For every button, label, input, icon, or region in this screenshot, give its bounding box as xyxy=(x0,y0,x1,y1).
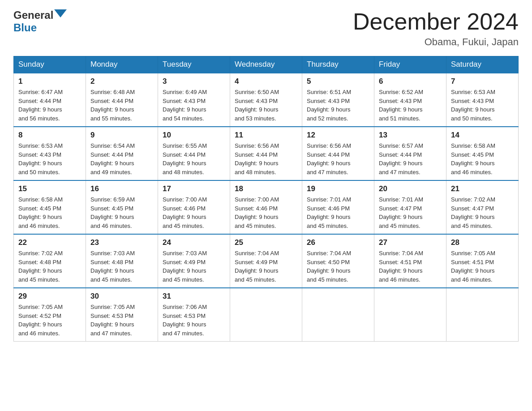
day-info: Sunrise: 7:03 AMSunset: 4:48 PMDaylight:… xyxy=(90,249,153,284)
day-info: Sunrise: 6:49 AMSunset: 4:43 PMDaylight:… xyxy=(163,88,225,123)
day-cell: 14 Sunrise: 6:58 AMSunset: 4:45 PMDaylig… xyxy=(446,127,519,180)
day-number: 19 xyxy=(307,184,369,193)
day-number: 20 xyxy=(379,184,442,193)
day-number: 10 xyxy=(163,131,225,140)
col-header-wednesday: Wednesday xyxy=(230,56,302,73)
day-number: 12 xyxy=(307,131,369,140)
week-row-4: 22 Sunrise: 7:02 AMSunset: 4:48 PMDaylig… xyxy=(14,234,519,288)
day-number: 28 xyxy=(451,238,514,247)
day-cell: 21 Sunrise: 7:02 AMSunset: 4:47 PMDaylig… xyxy=(446,180,519,234)
day-number: 17 xyxy=(163,184,225,193)
day-info: Sunrise: 7:05 AMSunset: 4:53 PMDaylight:… xyxy=(90,303,153,338)
day-cell xyxy=(230,288,302,342)
day-cell: 24 Sunrise: 7:03 AMSunset: 4:49 PMDaylig… xyxy=(158,234,230,288)
day-info: Sunrise: 6:53 AMSunset: 4:43 PMDaylight:… xyxy=(451,88,514,123)
col-header-monday: Monday xyxy=(86,56,158,73)
day-info: Sunrise: 7:04 AMSunset: 4:51 PMDaylight:… xyxy=(379,249,442,284)
day-info: Sunrise: 6:56 AMSunset: 4:44 PMDaylight:… xyxy=(235,141,297,176)
day-number: 30 xyxy=(90,292,153,301)
day-number: 24 xyxy=(163,238,225,247)
day-number: 4 xyxy=(235,77,297,86)
day-number: 13 xyxy=(379,131,442,140)
day-info: Sunrise: 6:50 AMSunset: 4:43 PMDaylight:… xyxy=(235,88,297,123)
day-info: Sunrise: 6:51 AMSunset: 4:43 PMDaylight:… xyxy=(307,88,369,123)
day-info: Sunrise: 6:53 AMSunset: 4:43 PMDaylight:… xyxy=(18,141,81,176)
day-cell: 15 Sunrise: 6:58 AMSunset: 4:45 PMDaylig… xyxy=(14,180,86,234)
calendar-subtitle: Obama, Fukui, Japan xyxy=(353,36,519,48)
day-number: 3 xyxy=(163,77,225,86)
week-row-2: 8 Sunrise: 6:53 AMSunset: 4:43 PMDayligh… xyxy=(14,127,519,180)
day-cell: 3 Sunrise: 6:49 AMSunset: 4:43 PMDayligh… xyxy=(158,73,230,127)
day-number: 29 xyxy=(18,292,81,301)
day-info: Sunrise: 6:47 AMSunset: 4:44 PMDaylight:… xyxy=(18,88,81,123)
day-cell: 27 Sunrise: 7:04 AMSunset: 4:51 PMDaylig… xyxy=(374,234,446,288)
day-number: 18 xyxy=(235,184,297,193)
day-cell xyxy=(302,288,374,342)
logo-line1: General xyxy=(13,9,53,21)
day-cell: 1 Sunrise: 6:47 AMSunset: 4:44 PMDayligh… xyxy=(14,73,86,127)
day-info: Sunrise: 6:54 AMSunset: 4:44 PMDaylight:… xyxy=(90,141,153,176)
day-info: Sunrise: 7:05 AMSunset: 4:52 PMDaylight:… xyxy=(18,303,81,338)
day-cell: 7 Sunrise: 6:53 AMSunset: 4:43 PMDayligh… xyxy=(446,73,519,127)
day-info: Sunrise: 6:57 AMSunset: 4:44 PMDaylight:… xyxy=(379,141,442,176)
day-info: Sunrise: 7:02 AMSunset: 4:48 PMDaylight:… xyxy=(18,249,81,284)
day-cell: 9 Sunrise: 6:54 AMSunset: 4:44 PMDayligh… xyxy=(86,127,158,180)
day-number: 6 xyxy=(379,77,442,86)
col-header-sunday: Sunday xyxy=(14,56,86,73)
day-number: 15 xyxy=(18,184,81,193)
title-area: December 2024 Obama, Fukui, Japan xyxy=(353,9,519,48)
day-cell: 28 Sunrise: 7:05 AMSunset: 4:51 PMDaylig… xyxy=(446,234,519,288)
day-cell: 4 Sunrise: 6:50 AMSunset: 4:43 PMDayligh… xyxy=(230,73,302,127)
calendar-title: December 2024 xyxy=(353,9,519,34)
day-info: Sunrise: 6:55 AMSunset: 4:44 PMDaylight:… xyxy=(163,141,225,176)
day-cell: 12 Sunrise: 6:56 AMSunset: 4:44 PMDaylig… xyxy=(302,127,374,180)
day-info: Sunrise: 6:58 AMSunset: 4:45 PMDaylight:… xyxy=(451,141,514,176)
calendar-table: SundayMondayTuesdayWednesdayThursdayFrid… xyxy=(13,56,519,342)
day-number: 21 xyxy=(451,184,514,193)
day-cell: 17 Sunrise: 7:00 AMSunset: 4:46 PMDaylig… xyxy=(158,180,230,234)
logo-triangle-icon xyxy=(54,9,67,17)
col-header-thursday: Thursday xyxy=(302,56,374,73)
day-number: 11 xyxy=(235,131,297,140)
day-number: 31 xyxy=(163,292,225,301)
day-cell: 5 Sunrise: 6:51 AMSunset: 4:43 PMDayligh… xyxy=(302,73,374,127)
day-cell: 6 Sunrise: 6:52 AMSunset: 4:43 PMDayligh… xyxy=(374,73,446,127)
day-number: 1 xyxy=(18,77,81,86)
day-cell: 25 Sunrise: 7:04 AMSunset: 4:49 PMDaylig… xyxy=(230,234,302,288)
day-info: Sunrise: 7:00 AMSunset: 4:46 PMDaylight:… xyxy=(163,195,225,230)
day-info: Sunrise: 6:56 AMSunset: 4:44 PMDaylight:… xyxy=(307,141,369,176)
day-info: Sunrise: 6:52 AMSunset: 4:43 PMDaylight:… xyxy=(379,88,442,123)
day-number: 23 xyxy=(90,238,153,247)
week-row-5: 29 Sunrise: 7:05 AMSunset: 4:52 PMDaylig… xyxy=(14,288,519,342)
day-number: 7 xyxy=(451,77,514,86)
day-info: Sunrise: 7:06 AMSunset: 4:53 PMDaylight:… xyxy=(163,303,225,338)
day-cell: 8 Sunrise: 6:53 AMSunset: 4:43 PMDayligh… xyxy=(14,127,86,180)
day-number: 26 xyxy=(307,238,369,247)
day-info: Sunrise: 7:05 AMSunset: 4:51 PMDaylight:… xyxy=(451,249,514,284)
day-info: Sunrise: 7:00 AMSunset: 4:46 PMDaylight:… xyxy=(235,195,297,230)
page-header: General Blue December 2024 Obama, Fukui,… xyxy=(13,9,519,48)
day-info: Sunrise: 6:48 AMSunset: 4:44 PMDaylight:… xyxy=(90,88,153,123)
day-cell: 31 Sunrise: 7:06 AMSunset: 4:53 PMDaylig… xyxy=(158,288,230,342)
day-number: 5 xyxy=(307,77,369,86)
day-cell: 2 Sunrise: 6:48 AMSunset: 4:44 PMDayligh… xyxy=(86,73,158,127)
logo-icon: General xyxy=(13,9,67,21)
day-info: Sunrise: 6:59 AMSunset: 4:45 PMDaylight:… xyxy=(90,195,153,230)
day-number: 25 xyxy=(235,238,297,247)
week-row-3: 15 Sunrise: 6:58 AMSunset: 4:45 PMDaylig… xyxy=(14,180,519,234)
col-header-friday: Friday xyxy=(374,56,446,73)
logo-line2: Blue xyxy=(13,21,37,34)
day-info: Sunrise: 7:02 AMSunset: 4:47 PMDaylight:… xyxy=(451,195,514,230)
day-cell: 18 Sunrise: 7:00 AMSunset: 4:46 PMDaylig… xyxy=(230,180,302,234)
header-row: SundayMondayTuesdayWednesdayThursdayFrid… xyxy=(14,56,519,73)
day-number: 14 xyxy=(451,131,514,140)
day-cell: 16 Sunrise: 6:59 AMSunset: 4:45 PMDaylig… xyxy=(86,180,158,234)
week-row-1: 1 Sunrise: 6:47 AMSunset: 4:44 PMDayligh… xyxy=(14,73,519,127)
day-cell: 26 Sunrise: 7:04 AMSunset: 4:50 PMDaylig… xyxy=(302,234,374,288)
day-cell: 30 Sunrise: 7:05 AMSunset: 4:53 PMDaylig… xyxy=(86,288,158,342)
day-cell: 22 Sunrise: 7:02 AMSunset: 4:48 PMDaylig… xyxy=(14,234,86,288)
day-cell: 10 Sunrise: 6:55 AMSunset: 4:44 PMDaylig… xyxy=(158,127,230,180)
day-cell xyxy=(446,288,519,342)
day-info: Sunrise: 7:03 AMSunset: 4:49 PMDaylight:… xyxy=(163,249,225,284)
day-number: 9 xyxy=(90,131,153,140)
